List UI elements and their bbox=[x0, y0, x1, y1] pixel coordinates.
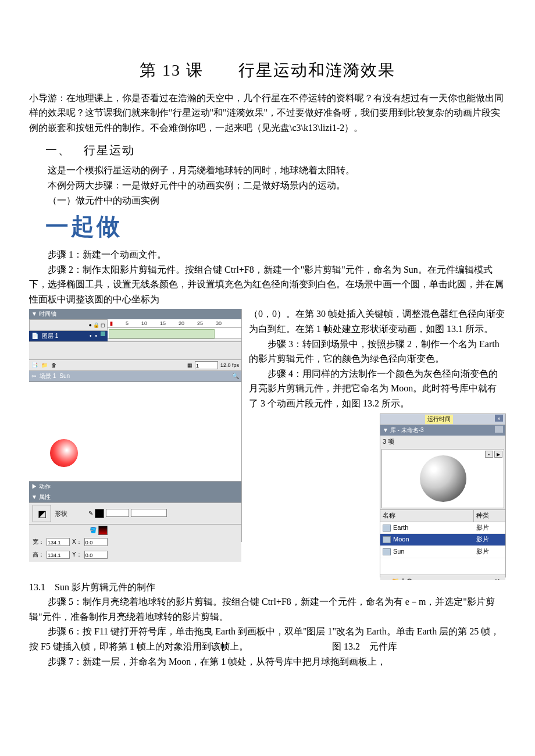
library-preview: ▪ ▶ bbox=[381, 449, 504, 508]
properties-icon[interactable]: ℹ bbox=[402, 576, 404, 580]
shape-type-icon: ◩ bbox=[33, 505, 51, 522]
properties-titlebar[interactable]: ▼ 属性 bbox=[29, 492, 241, 502]
movieclip-icon bbox=[383, 536, 391, 543]
x-field[interactable]: 0.0 bbox=[84, 538, 108, 546]
timeline-titlebar[interactable]: ▼ 时间轴 bbox=[29, 309, 241, 319]
onion-icon[interactable]: ▦ bbox=[187, 361, 192, 369]
library-item-name: Moon bbox=[393, 534, 409, 545]
step: 步骤 2：制作太阳影片剪辑元件。按组合键 Ctrl+F8，新建一个"影片剪辑"元… bbox=[29, 262, 506, 307]
library-count: 3 项 bbox=[380, 436, 505, 448]
library-item[interactable]: Moon 影片 bbox=[380, 534, 505, 546]
step: 步骤 5：制作月亮绕着地球转的影片剪辑。按组合键 Ctrl+F8，新建一个元件，… bbox=[29, 594, 506, 624]
figure-caption: 13.1 Sun 影片剪辑元件的制作 bbox=[29, 580, 506, 595]
fps-label: 12.0 fps bbox=[220, 361, 239, 369]
col-name[interactable]: 名称 bbox=[380, 510, 474, 522]
flash-editor-figure: ▼ 时间轴 ● 🔒 ◻ 📄 图层 1 •• ▮ bbox=[29, 309, 242, 542]
library-item-kind: 影片 bbox=[474, 546, 505, 558]
page-title: 第 13 课 行星运动和涟漪效果 bbox=[29, 58, 506, 84]
body-line: 这是一个模拟行星运动的例子，月亮绕着地球转的同时，地球绕着太阳转。 bbox=[48, 163, 506, 178]
y-label: Y： bbox=[72, 550, 82, 559]
y-field[interactable]: 0.0 bbox=[84, 551, 108, 559]
body-line: 本例分两大步骤：一是做好元件中的动画实例；二是做好场景内的运动。 bbox=[48, 178, 506, 193]
stroke-swatch[interactable] bbox=[95, 509, 104, 518]
library-columns: 名称 种类 bbox=[380, 509, 505, 522]
layer-icon: 📄 bbox=[31, 331, 38, 341]
delete-layer-icon[interactable]: 🗑 bbox=[51, 361, 56, 369]
outline-icon[interactable]: ◻ bbox=[101, 321, 105, 329]
width-field[interactable]: 134.1 bbox=[47, 538, 70, 546]
movieclip-icon bbox=[383, 548, 391, 555]
scroll-left-icon[interactable]: ◀ bbox=[491, 576, 496, 580]
new-layer-icon[interactable]: 📑 bbox=[31, 361, 38, 369]
back-arrow-icon[interactable]: ⇦ bbox=[31, 372, 36, 381]
ruler-tick: 20 bbox=[179, 319, 184, 327]
movieclip-icon bbox=[383, 525, 391, 532]
x-label: X： bbox=[72, 537, 82, 547]
runtime-tab[interactable]: 运行时间 bbox=[425, 415, 453, 424]
figure-caption: 图 13.2 元件库 bbox=[332, 641, 397, 651]
step: 步骤 6：按 F11 键打开符号库，单击拖曳 Earth 到画板中，双单"图层 … bbox=[29, 624, 506, 654]
section-heading: 一、 行星运动 bbox=[45, 141, 506, 159]
library-toolbar: ＋ 📁 ℹ 🗑 ◀ ▶ bbox=[380, 575, 505, 580]
library-item-kind: 影片 bbox=[474, 534, 505, 545]
tween-span[interactable] bbox=[109, 329, 215, 338]
lock-icon[interactable]: 🔒 bbox=[93, 321, 99, 329]
scene-bar: ⇦ 场景 1 Sun 🔍 bbox=[29, 371, 241, 382]
ruler-tick: 30 bbox=[216, 319, 222, 327]
pencil-icon[interactable]: ✎ bbox=[88, 509, 93, 518]
symbol-breadcrumb[interactable]: Sun bbox=[59, 372, 70, 381]
step: 步骤 7：新建一层，并命名为 Moon，在第 1 帧处，从符号库中把月球拖到画板… bbox=[29, 654, 506, 669]
zoom-icon[interactable]: 🔍 bbox=[232, 372, 239, 381]
library-item-kind: 影片 bbox=[474, 522, 505, 534]
layer-row[interactable]: 📄 图层 1 •• bbox=[29, 331, 108, 341]
stop-preview-icon[interactable]: ▪ bbox=[485, 451, 493, 458]
stroke-style[interactable] bbox=[131, 509, 167, 517]
library-item-name: Earth bbox=[393, 523, 408, 533]
actions-titlebar[interactable]: ▶ 动作 bbox=[29, 482, 241, 492]
height-field[interactable]: 134.1 bbox=[47, 551, 70, 559]
new-folder-icon[interactable]: 📁 bbox=[41, 361, 48, 369]
scroll-right-icon[interactable]: ▶ bbox=[498, 576, 503, 580]
play-preview-icon[interactable]: ▶ bbox=[494, 451, 502, 458]
library-panel-figure: 运行时间 × ▼ 库 - 未命名-3 3 项 ▪ ▶ 名称 种类 Earth 影… bbox=[380, 413, 506, 577]
layer-controls: 📑 📁 🗑 ▦ 1 12.0 fps bbox=[29, 359, 241, 371]
close-icon[interactable]: × bbox=[495, 415, 503, 422]
ruler-tick: 15 bbox=[160, 319, 166, 327]
playhead-icon[interactable]: ▮ bbox=[110, 319, 113, 327]
ruler-tick: 25 bbox=[197, 319, 203, 327]
ruler-tick: 10 bbox=[141, 319, 147, 327]
moon-preview bbox=[420, 455, 466, 502]
width-label: 宽： bbox=[33, 537, 44, 547]
panel-menu-icon[interactable] bbox=[495, 426, 503, 433]
new-symbol-icon[interactable]: ＋ bbox=[383, 576, 389, 580]
layer-header: ● 🔒 ◻ bbox=[29, 319, 108, 331]
sun-shape[interactable] bbox=[50, 439, 78, 467]
timeline-ruler[interactable]: ▮ 5 10 15 20 25 30 bbox=[108, 319, 241, 328]
layer-name: 图层 1 bbox=[42, 331, 58, 341]
library-item-name: Sun bbox=[393, 547, 405, 557]
current-frame: 1 bbox=[195, 361, 218, 369]
ruler-tick: 5 bbox=[126, 319, 129, 327]
intro-paragraph: 小导游：在地理课上，你是否看过在浩瀚的天空中，几个行星在不停运转的资料呢？有没有… bbox=[29, 91, 506, 135]
shape-label: 形状 bbox=[55, 509, 67, 519]
lets-do-heading: 一起做 bbox=[45, 208, 506, 245]
eye-icon[interactable]: ● bbox=[89, 321, 92, 329]
stroke-width[interactable] bbox=[106, 509, 129, 517]
bucket-icon[interactable]: 🪣 bbox=[90, 526, 97, 535]
col-kind[interactable]: 种类 bbox=[474, 510, 505, 522]
scene-breadcrumb[interactable]: 场景 1 bbox=[40, 372, 56, 381]
library-item[interactable]: Earth 影片 bbox=[380, 522, 505, 534]
step: 步骤 1：新建一个动画文件。 bbox=[48, 247, 506, 262]
fill-swatch[interactable] bbox=[98, 526, 108, 535]
body-line: （一）做元件中的动画实例 bbox=[48, 193, 506, 208]
height-label: 高： bbox=[33, 550, 44, 559]
delete-icon[interactable]: 🗑 bbox=[406, 576, 413, 580]
timeline-track[interactable] bbox=[108, 328, 241, 339]
new-folder-icon[interactable]: 📁 bbox=[391, 576, 400, 580]
library-titlebar[interactable]: ▼ 库 - 未命名-3 bbox=[383, 426, 423, 435]
stage[interactable] bbox=[29, 382, 241, 482]
library-item[interactable]: Sun 影片 bbox=[380, 546, 505, 558]
